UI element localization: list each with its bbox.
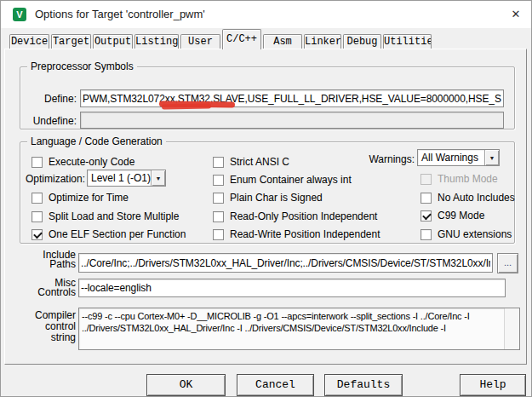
checkbox-label: Thumb Mode (438, 173, 498, 185)
undefine-input[interactable] (80, 112, 504, 129)
checkbox-label: Read-Only Position Independent (230, 210, 377, 222)
optimization-dropdown[interactable]: Level 1 (-O1) ▼ (87, 170, 166, 187)
warnings-value: All Warnings (418, 150, 484, 165)
checkbox-box (31, 193, 43, 204)
optimization-label: Optimization: (26, 173, 83, 185)
checkbox-strict-ansi-c[interactable]: Strict ANSI C (213, 156, 289, 168)
checkbox-box (31, 157, 43, 168)
chevron-down-icon[interactable]: ▼ (484, 150, 499, 165)
compiler-control-string-box[interactable]: --c99 -c --cpu Cortex-M0+ -D__MICROLIB -… (78, 308, 520, 350)
include-paths-browse-button[interactable]: ... (497, 253, 518, 273)
undefine-label: Undefine: (20, 115, 77, 127)
compiler-string-line: ../Drivers/STM32L0xx_HAL_Driver/Inc -I .… (79, 322, 504, 334)
dialog-title: Options for Target 'controller_pwm' (35, 8, 205, 20)
warnings-dropdown[interactable]: All Warnings ▼ (417, 149, 500, 166)
help-button[interactable]: Help (460, 374, 526, 396)
checkbox-label: GNU extensions (438, 228, 512, 240)
cancel-button[interactable]: Cancel (237, 374, 314, 396)
compiler-string-line: --c99 -c --cpu Cortex-M0+ -D__MICROLIB -… (79, 310, 504, 322)
scrollbar-track[interactable] (504, 308, 519, 349)
checkbox-box (213, 211, 224, 222)
preprocessor-symbols-group: Preprocessor Symbols Define: Undefine: (20, 66, 515, 129)
checkbox-box (213, 175, 224, 186)
label-line: Controls (25, 288, 76, 297)
compiler-control-string-label: Compiler control string (25, 310, 76, 343)
checkbox-execute-only-code[interactable]: Execute-only Code (31, 156, 134, 168)
checkbox-c99-mode[interactable]: C99 Mode (420, 210, 484, 222)
tab-device[interactable]: Device (9, 34, 49, 49)
tab-asm[interactable]: Asm (263, 34, 302, 49)
checkbox-split-load-store-multiple[interactable]: Split Load and Store Multiple (31, 210, 179, 222)
tab-c-cpp[interactable]: C/C++ (222, 29, 261, 49)
checkbox-read-only-position-independent[interactable]: Read-Only Position Independent (213, 210, 377, 222)
checkbox-label: One ELF Section per Function (49, 228, 186, 240)
checkbox-box (213, 193, 224, 204)
options-dialog: V Options for Target 'controller_pwm' ✕ … (0, 0, 532, 397)
defaults-button[interactable]: Defaults (324, 374, 403, 396)
checkbox-box (420, 193, 432, 204)
checkbox-enum-container-always-int[interactable]: Enum Container always int (213, 174, 352, 186)
ok-button[interactable]: OK (146, 374, 226, 396)
tab-debug[interactable]: Debug (343, 34, 381, 49)
checkbox-label: Split Load and Store Multiple (49, 210, 179, 222)
chevron-down-icon[interactable]: ▼ (151, 170, 165, 186)
checkbox-box (213, 157, 224, 168)
checkbox-label: Execute-only Code (49, 156, 134, 168)
checkbox-label: Strict ANSI C (230, 156, 289, 168)
checkbox-label: Enum Container always int (230, 174, 352, 186)
checkbox-no-auto-includes[interactable]: No Auto Includes (420, 192, 515, 204)
optimization-value: Level 1 (-O1) (88, 170, 151, 186)
checkbox-gnu-extensions[interactable]: GNU extensions (420, 228, 512, 240)
warnings-label: Warnings: (335, 153, 415, 165)
tab-strip: Device Target Output Listing User C/C++ … (9, 29, 433, 49)
tab-utilities[interactable]: Utilities (383, 34, 432, 49)
close-icon[interactable]: ✕ (506, 6, 525, 23)
checkbox-box (31, 229, 43, 240)
checkbox-box (213, 229, 224, 240)
checkbox-box (420, 210, 432, 222)
tab-target[interactable]: Target (51, 34, 91, 49)
group-label: Preprocessor Symbols (27, 60, 137, 72)
checkbox-optimize-for-time[interactable]: Optimize for Time (31, 192, 129, 204)
checkbox-read-write-position-independent[interactable]: Read-Write Position Independent (213, 228, 380, 240)
define-input[interactable] (80, 89, 504, 107)
checkbox-plain-char-is-signed[interactable]: Plain Char is Signed (213, 192, 323, 204)
label-line: Paths (25, 260, 76, 269)
checkbox-label: Plain Char is Signed (230, 192, 323, 204)
misc-controls-input[interactable] (78, 279, 506, 297)
include-paths-input[interactable] (78, 253, 493, 273)
checkbox-box (420, 174, 432, 185)
tab-user[interactable]: User (180, 34, 220, 49)
checkbox-label: No Auto Includes (438, 192, 515, 204)
checkbox-box (31, 211, 43, 222)
checkbox-one-elf-section-per-function[interactable]: One ELF Section per Function (31, 228, 186, 240)
misc-controls-label: Misc Controls (25, 279, 76, 297)
label-line: string (25, 332, 76, 343)
checkbox-thumb-mode: Thumb Mode (420, 173, 498, 185)
tab-output[interactable]: Output (93, 34, 133, 49)
language-code-generation-group: Language / Code Generation Execute-only … (20, 141, 515, 244)
group-label: Language / Code Generation (27, 135, 166, 147)
checkbox-label: Read-Write Position Independent (230, 228, 380, 240)
checkbox-label: Optimize for Time (49, 192, 129, 204)
tab-linker[interactable]: Linker (304, 34, 341, 49)
tab-listing[interactable]: Listing (134, 34, 179, 49)
title-bar: V Options for Target 'controller_pwm' ✕ (1, 1, 531, 28)
checkbox-box (420, 229, 432, 240)
keil-uvision-icon: V (13, 8, 26, 21)
include-paths-label: Include Paths (25, 250, 76, 269)
checkbox-label: C99 Mode (438, 210, 484, 222)
define-label: Define: (20, 93, 77, 105)
